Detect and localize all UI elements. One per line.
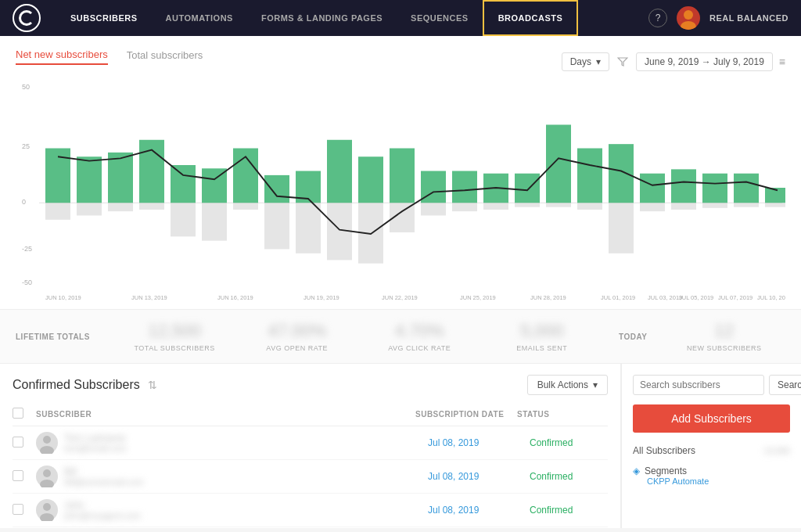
- svg-rect-36: [171, 203, 196, 236]
- svg-rect-12: [171, 165, 196, 203]
- subscription-date-1: Jul 08, 2019: [428, 471, 530, 482]
- segments-label: Segments: [645, 466, 687, 476]
- avg-open-rate-value: 47.00%: [268, 321, 326, 341]
- all-subscribers-count: 14,000: [763, 446, 790, 455]
- svg-rect-51: [640, 203, 665, 211]
- svg-rect-38: [233, 203, 258, 210]
- search-button[interactable]: Search: [769, 375, 801, 395]
- table-header: Subscriber Subscription Date Status: [13, 403, 608, 426]
- tab-total-subscribers[interactable]: Total subscribers: [127, 49, 203, 64]
- svg-text:JUN 13, 2019: JUN 13, 2019: [131, 294, 167, 301]
- header-checkbox: [13, 408, 36, 421]
- svg-text:JUL 03, 2019: JUL 03, 2019: [648, 294, 682, 301]
- emails-sent-stat: 5,000 Emails Sent: [481, 321, 604, 352]
- chart-tabs: Net new subscribers Total subscribers: [16, 49, 203, 65]
- svg-text:25: 25: [22, 142, 30, 149]
- svg-text:JUN 16, 2019: JUN 16, 2019: [217, 294, 253, 301]
- svg-rect-52: [671, 203, 696, 210]
- table-row: Tom Lastname tom@email.com Jul 08, 2019 …: [13, 426, 608, 460]
- new-subscribers-today-stat: 12 New Subscribers: [663, 321, 785, 352]
- nav-item-sequences[interactable]: Sequences: [397, 0, 483, 36]
- svg-rect-53: [702, 203, 727, 207]
- col-date-header: Subscription Date: [415, 410, 517, 419]
- avg-click-rate-label: Avg Click Rate: [388, 344, 451, 352]
- emails-sent-label: Emails Sent: [516, 344, 567, 352]
- logo-icon: [19, 10, 34, 26]
- svg-point-73: [40, 513, 54, 521]
- status-badge-2: Confirmed: [530, 505, 608, 516]
- subscription-date-2: Jul 08, 2019: [428, 505, 530, 516]
- segment-name[interactable]: CKPP Automate: [647, 476, 790, 486]
- svg-rect-28: [671, 169, 696, 203]
- nav-item-subscribers[interactable]: Subscribers: [56, 0, 152, 36]
- svg-rect-40: [296, 203, 321, 253]
- table-body: Tom Lastname tom@email.com Jul 08, 2019 …: [13, 426, 608, 527]
- svg-rect-21: [452, 171, 477, 203]
- sort-icon[interactable]: ⇅: [148, 379, 157, 391]
- stats-bar: Lifetime Totals 12,500 Total Subscribers…: [0, 310, 801, 364]
- svg-text:JUL 07, 2019: JUL 07, 2019: [718, 294, 753, 301]
- add-subscribers-button[interactable]: Add Subscribers: [633, 404, 790, 433]
- bulk-actions-button[interactable]: Bulk Actions ▾: [527, 375, 608, 395]
- total-subscribers-value: 12,500: [149, 321, 201, 341]
- avatar[interactable]: [677, 6, 700, 30]
- svg-rect-18: [358, 156, 383, 203]
- svg-text:JUN 10, 2019: JUN 10, 2019: [45, 294, 81, 301]
- chart-menu-icon[interactable]: ≡: [779, 56, 785, 68]
- row-select-checkbox-1[interactable]: [13, 470, 23, 481]
- lifetime-totals-label: Lifetime Totals: [16, 332, 90, 341]
- subscriber-email-2: john@myagent.com: [64, 511, 141, 520]
- subscribers-title: Confirmed Subscribers: [13, 378, 140, 392]
- svg-rect-10: [108, 153, 133, 203]
- svg-rect-45: [452, 203, 477, 211]
- svg-rect-30: [734, 174, 759, 203]
- nav-item-broadcasts[interactable]: Broadcasts: [483, 0, 579, 36]
- navigation: Subscribers Automations Forms & Landing …: [0, 0, 801, 36]
- svg-rect-19: [390, 149, 415, 203]
- subscribers-panel: Confirmed Subscribers ⇅ Bulk Actions ▾ S…: [0, 364, 621, 528]
- svg-rect-35: [139, 203, 164, 210]
- help-button[interactable]: ?: [648, 9, 667, 27]
- svg-text:JUL 10, 2019: JUL 10, 2019: [757, 294, 785, 301]
- subscriber-text-2: John john@myagent.com: [64, 500, 141, 520]
- svg-text:JUN 22, 2019: JUN 22, 2019: [382, 294, 418, 301]
- nav-item-forms[interactable]: Forms & Landing Pages: [247, 0, 397, 36]
- avg-click-rate-stat: 4.70% Avg Click Rate: [358, 321, 481, 352]
- date-range-picker[interactable]: June 9, 2019 → July 9, 2019: [636, 52, 773, 71]
- svg-rect-25: [577, 149, 602, 203]
- svg-text:-50: -50: [22, 278, 32, 286]
- sidebar: Search Add Subscribers All Subscribers 1…: [621, 364, 801, 528]
- tab-net-subscribers[interactable]: Net new subscribers: [16, 49, 108, 65]
- svg-rect-27: [640, 174, 665, 203]
- select-all-checkbox[interactable]: [13, 408, 23, 419]
- subscriber-info-2: John john@myagent.com: [36, 499, 428, 521]
- row-checkbox-1: [13, 470, 36, 483]
- logo[interactable]: [13, 4, 41, 32]
- search-input[interactable]: [633, 375, 764, 395]
- row-select-checkbox-2[interactable]: [13, 504, 23, 515]
- svg-point-1: [681, 21, 696, 30]
- all-subscribers-label: All Subscribers: [633, 445, 695, 456]
- svg-rect-29: [702, 174, 727, 203]
- bar-chart: 50 25 0 -25 -50: [16, 74, 785, 301]
- svg-rect-32: [45, 203, 70, 219]
- nav-item-automations[interactable]: Automations: [152, 0, 247, 36]
- bulk-actions-label: Bulk Actions: [537, 379, 588, 390]
- svg-text:0: 0: [22, 198, 26, 206]
- new-subscribers-label: New Subscribers: [687, 344, 762, 352]
- new-subscribers-today-value: 12: [714, 321, 733, 341]
- subscriber-email-0: tom@email.com: [64, 444, 127, 453]
- filter-icon[interactable]: [616, 55, 630, 69]
- search-row: Search: [633, 375, 790, 395]
- days-dropdown[interactable]: Days ▾: [562, 52, 609, 71]
- chart-controls: Days ▾ June 9, 2019 → July 9, 2019 ≡: [562, 52, 785, 71]
- row-select-checkbox-0[interactable]: [13, 437, 23, 448]
- svg-text:JUN 19, 2019: JUN 19, 2019: [304, 294, 339, 301]
- subscriber-name-2: John: [64, 500, 141, 511]
- chart-section: Net new subscribers Total subscribers Da…: [0, 36, 801, 310]
- segments-row: ◈ Segments: [633, 466, 790, 476]
- svg-rect-24: [546, 124, 571, 203]
- avg-open-rate-stat: 47.00% Avg Open Rate: [235, 321, 358, 352]
- svg-text:JUN 28, 2019: JUN 28, 2019: [530, 294, 566, 301]
- all-subscribers-row[interactable]: All Subscribers 14,000: [633, 442, 790, 459]
